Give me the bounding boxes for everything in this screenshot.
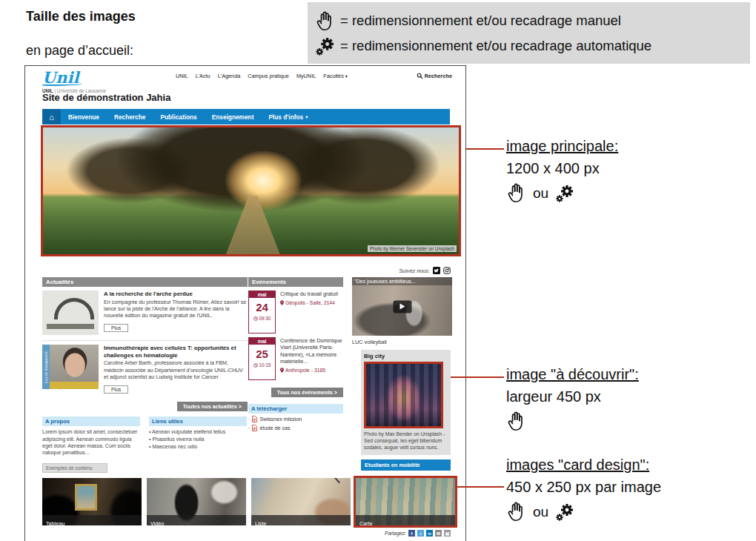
topnav-item-facultes[interactable]: Facultés ▾ [323,73,348,79]
follow-us-row: Suivez nous: [399,267,451,274]
news-image-portrait: Leçon inaugurale [42,345,99,389]
news-image-strip-label: Leçon inaugurale [42,345,50,389]
news-text: En compagnie du professeur Thomas Römer,… [104,299,248,320]
twitter-icon[interactable] [433,267,440,274]
annotation-line-cards [455,486,504,488]
download-link[interactable]: Swissnex mission [248,416,343,422]
annotation-image-decouvrir: image "à découvrir": largeur 450 px [506,366,639,432]
topnav-item-myunil[interactable]: MyUNIL [296,73,316,79]
chevron-down-icon: ▾ [345,74,348,79]
mail-icon[interactable]: ✉ [435,530,442,537]
print-icon[interactable]: ▤ [444,530,451,537]
useful-link[interactable]: Phasellus viverra nulla [149,436,247,443]
video-overlay-title: "Des joueuses ambitieus... [352,277,452,285]
search-control[interactable]: Recherche [417,73,452,79]
card-tableau[interactable]: Tableau [42,478,142,525]
instagram-icon[interactable] [443,267,451,274]
nav-item-publications[interactable]: Publications [153,109,204,125]
unil-logo-script: Unil [42,70,106,85]
page: Taille des images en page d’accueil: = r… [0,0,756,541]
mobility-button[interactable]: Etudiants en mobilité [361,459,451,471]
home-icon[interactable]: ⌂ [42,109,61,125]
annotation-ou: ou [533,504,548,520]
card-label-bar: Tableau [42,515,142,525]
top-navigation: UNIL L'Actu L'Agenda Campus pratique MyU… [176,73,348,79]
about-header: A propos [42,416,140,426]
annotation-title: image "à découvrir": [506,366,639,383]
news-plus-button[interactable]: Plus [104,385,128,394]
nav-item-bienvenue[interactable]: Bienvenue [61,109,107,125]
video-thumbnail[interactable]: "Des joueuses ambitieus... [352,277,452,336]
site-screenshot-frame: Unil UNIL | Université de Lausanne UNIL … [24,65,466,541]
topnav-item-unil[interactable]: UNIL [176,73,188,79]
useful-links-section: Liens utiles Aenean vulputate eleifend t… [149,416,247,457]
hero-image-annotated-box: Photo by Werner Sevenster on Unsplash [41,125,461,256]
card-video[interactable]: Vidéo [147,478,246,525]
useful-links-list: Aenean vulputate eleifend tellus Phasell… [149,428,247,451]
annotation-title: image principale: [506,138,618,155]
nav-item-plus-infos[interactable]: Plus d'infos▾ [261,109,315,125]
bigcity-image-annotated-box[interactable] [364,362,443,428]
search-icon [417,73,423,79]
event-location[interactable]: Géopolis - Salle, 2144 [280,300,338,305]
events-all-row: Tous nos événements > [248,384,343,397]
news-body: A la recherche de l'arche perdue En comp… [104,291,248,336]
topnav-item-campus[interactable]: Campus pratique [248,73,289,79]
events-section-header: Evénements [248,277,343,287]
news-image-ark [42,291,99,335]
news-item[interactable]: Leçon inaugurale Immunothérapie avec cel… [42,340,248,394]
card-label: Vidéo [147,520,164,525]
hero-image[interactable] [43,127,459,254]
useful-link[interactable]: Aenean vulputate eleifend tellus [149,428,247,436]
annotation-title: images "card design": [506,457,661,474]
gear-icon [555,184,574,203]
about-section: A propos Lorem ipsum dolor sit amet, con… [42,416,140,457]
news-plus-button[interactable]: Plus [104,324,128,332]
all-events-button[interactable]: Tous nos événements > [271,388,343,397]
unil-logo[interactable]: Unil UNIL | Université de Lausanne [42,70,106,93]
event-time-text: 10:15 [259,362,271,368]
bigcity-title: Big city [364,353,448,359]
event-body: Critique du travail gratuit Géopolis - S… [280,291,338,333]
twitter-icon[interactable]: t [417,530,424,537]
follow-label: Suivez nous: [399,268,430,274]
card-label: Tableau [42,520,64,525]
card-design-row: Tableau Vidéo Liste Carte [42,478,455,525]
examples-tab[interactable]: Exemples de contenu [42,463,107,473]
clock-icon [253,316,258,321]
useful-link[interactable]: Maecenas nec odio [149,443,247,451]
event-location[interactable]: Anthropole - 3185 [280,368,343,373]
linkedin-icon[interactable]: in [426,530,433,537]
search-label: Recherche [425,73,452,79]
share-row: Partagez: f t in ✉ ▤ [385,530,451,537]
news-body: Immunothérapie avec cellules T: opportun… [104,345,248,394]
nav-item-enseignement[interactable]: Enseignement [205,109,262,125]
event-body: Conférence de Dominique Viart (Universit… [280,337,343,380]
event-month: mai [249,338,275,345]
annotation-icons [506,411,639,432]
pdf-icon [252,416,257,422]
event-day: 24 [249,298,275,316]
news-title: A la recherche de l'arche perdue [104,291,248,298]
play-icon[interactable] [393,300,411,313]
topnav-item-actu[interactable]: L'Actu [196,73,210,79]
news-item[interactable]: A la recherche de l'arche perdue En comp… [42,291,248,336]
news-column: Actualités A la recherche de l'arche per… [42,277,248,457]
event-month: mai [249,291,275,298]
facebook-icon[interactable]: f [408,530,415,537]
legend-row-manual: = redimensionnement et/ou recadrage manu… [315,10,743,32]
card-carte-annotated-box[interactable]: Carte [356,478,455,525]
topnav-item-agenda[interactable]: L'Agenda [218,73,241,79]
nav-item-recherche[interactable]: Recherche [107,109,153,125]
card-label-bar: Carte [356,515,455,525]
pin-icon [280,300,284,305]
nav-plus-infos-label: Plus d'infos [268,113,303,121]
all-news-button[interactable]: Toutes nos actualités > [177,402,248,411]
event-item[interactable]: mai 25 10:15 Conférence de Dominique Via… [248,337,343,380]
card-liste[interactable]: Liste [251,478,351,525]
page-subtitle: en page d’accueil: [26,43,133,59]
event-item[interactable]: mai 24 09:30 Critique du travail gratuit… [248,291,343,333]
download-link[interactable]: étude de cas [248,425,343,431]
legend-row-auto: = redimensionnement et/ou recadrage auto… [315,36,743,56]
annotation-icons: ou [506,182,618,204]
